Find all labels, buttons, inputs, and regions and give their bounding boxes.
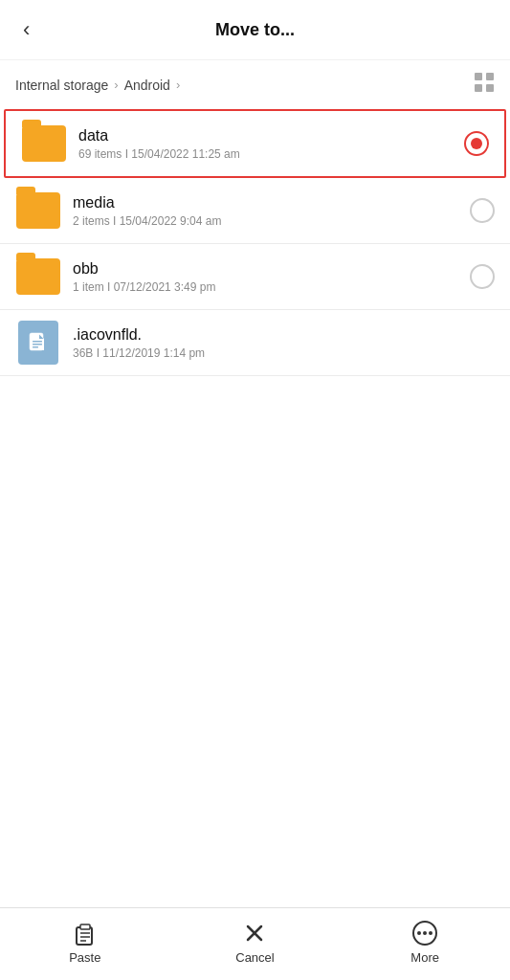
cancel-label: Cancel: [235, 950, 274, 965]
file-info: data 69 items I 15/04/2022 11:25 am: [78, 127, 456, 161]
folder-icon: [21, 121, 67, 167]
list-item[interactable]: media 2 items I 15/04/2022 9:04 am: [0, 178, 510, 244]
cancel-button[interactable]: Cancel: [221, 920, 288, 965]
more-button[interactable]: More: [391, 920, 458, 965]
breadcrumb-android[interactable]: Android: [124, 78, 170, 93]
more-label: More: [410, 950, 439, 965]
paste-icon: [72, 920, 99, 947]
breadcrumb-internal-storage[interactable]: Internal storage: [15, 78, 108, 93]
radio-button[interactable]: [464, 131, 489, 156]
file-name: obb: [73, 260, 462, 278]
file-info: obb 1 item I 07/12/2021 3:49 pm: [73, 260, 462, 294]
bottom-toolbar: Paste Cancel More: [0, 907, 510, 980]
back-button[interactable]: ‹: [15, 13, 37, 46]
folder-icon: [15, 188, 61, 234]
list-item[interactable]: .iacovnfld. 36B I 11/12/2019 1:14 pm: [0, 310, 510, 376]
page-title: Move to...: [215, 20, 295, 40]
svg-rect-6: [33, 344, 42, 345]
folder-icon: [15, 254, 61, 300]
svg-point-17: [423, 931, 427, 935]
svg-rect-3: [486, 84, 494, 92]
file-name: .iacovnfld.: [73, 326, 495, 344]
svg-rect-0: [475, 73, 482, 80]
breadcrumb-actions: [474, 72, 495, 98]
svg-rect-7: [33, 346, 38, 348]
paste-button[interactable]: Paste: [52, 920, 119, 965]
cancel-icon: [241, 920, 268, 947]
radio-button[interactable]: [470, 198, 495, 223]
paste-label: Paste: [69, 950, 100, 965]
file-name: media: [73, 194, 462, 212]
svg-rect-5: [33, 341, 42, 343]
svg-rect-1: [486, 73, 494, 80]
more-icon: [411, 920, 438, 947]
breadcrumb-chevron-2: ›: [176, 78, 180, 92]
svg-point-16: [417, 931, 421, 935]
file-meta: 69 items I 15/04/2022 11:25 am: [78, 147, 456, 161]
svg-rect-9: [80, 924, 90, 929]
file-icon: [15, 320, 61, 366]
file-meta: 2 items I 15/04/2022 9:04 am: [73, 214, 462, 228]
breadcrumb-chevron-1: ›: [114, 78, 118, 92]
list-item[interactable]: obb 1 item I 07/12/2021 3:49 pm: [0, 244, 510, 310]
file-name: data: [78, 127, 456, 145]
file-info: media 2 items I 15/04/2022 9:04 am: [73, 194, 462, 228]
list-item[interactable]: data 69 items I 15/04/2022 11:25 am: [4, 109, 506, 178]
radio-button[interactable]: [470, 264, 495, 289]
svg-rect-2: [475, 84, 482, 92]
file-meta: 36B I 11/12/2019 1:14 pm: [73, 346, 495, 360]
file-list: data 69 items I 15/04/2022 11:25 am medi…: [0, 109, 510, 907]
file-meta: 1 item I 07/12/2021 3:49 pm: [73, 280, 462, 294]
header: ‹ Move to...: [0, 0, 510, 60]
grid-view-icon[interactable]: [474, 76, 495, 97]
svg-point-18: [429, 931, 432, 935]
file-info: .iacovnfld. 36B I 11/12/2019 1:14 pm: [73, 326, 495, 360]
breadcrumb: Internal storage › Android ›: [0, 60, 510, 109]
